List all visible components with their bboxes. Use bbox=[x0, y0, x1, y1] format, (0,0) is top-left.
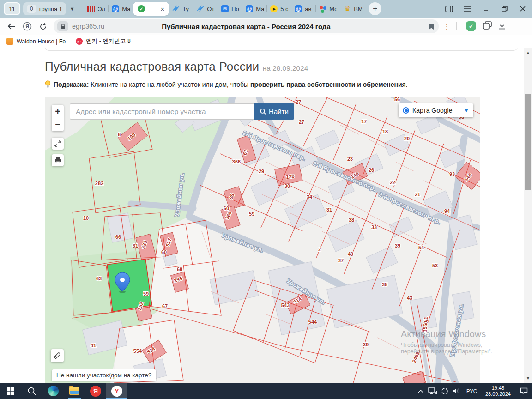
fullscreen-button[interactable] bbox=[52, 138, 64, 150]
maximize-button[interactable] bbox=[495, 0, 514, 18]
scroll-up-icon[interactable]: ▲ bbox=[524, 49, 532, 56]
tab[interactable]: @ав bbox=[291, 2, 316, 16]
close-window-button[interactable] bbox=[514, 0, 532, 18]
search-input[interactable] bbox=[70, 103, 254, 120]
bookmark-item[interactable]: 엔카엔카 - 엔카믿고 8 bbox=[76, 37, 131, 45]
not-found-link[interactable]: Не нашли участок/дом на карте? bbox=[52, 369, 156, 381]
parcel-label[interactable]: 66 bbox=[115, 234, 121, 240]
parcel-label[interactable]: 17 bbox=[361, 119, 367, 124]
map-layer-select[interactable]: Карта Google ▼ bbox=[399, 103, 473, 117]
address-bar[interactable]: egrp365.ru Публичная кадастровая карта -… bbox=[54, 19, 439, 33]
parcel-label[interactable]: 10 bbox=[83, 215, 89, 221]
network-icon[interactable] bbox=[427, 383, 439, 399]
bookmark-item[interactable]: Walden House | Fo bbox=[6, 38, 66, 45]
downloads-icon[interactable] bbox=[498, 22, 506, 31]
tab-group-chip[interactable]: 0 группа 1 bbox=[23, 2, 66, 15]
parcel-label[interactable]: 63 bbox=[96, 276, 102, 281]
parcel-label[interactable]: 34 bbox=[307, 194, 313, 200]
parcel-label[interactable]: 26 bbox=[369, 167, 374, 173]
tab[interactable]: Эл bbox=[84, 2, 109, 16]
tab-active[interactable]: ✓× bbox=[133, 2, 169, 16]
tab[interactable]: Мо bbox=[316, 2, 340, 16]
start-button[interactable] bbox=[0, 383, 21, 399]
tab[interactable]: От bbox=[193, 2, 218, 16]
parcel-label[interactable]: 39 bbox=[395, 243, 400, 248]
parcel-label[interactable]: 21 bbox=[415, 192, 420, 197]
measure-button[interactable] bbox=[51, 349, 64, 362]
parcel-label[interactable]: 2 bbox=[318, 247, 321, 252]
tab[interactable]: Ту bbox=[169, 2, 193, 16]
parcel-label[interactable]: 366 bbox=[232, 159, 241, 164]
parcel-label[interactable]: 93 bbox=[449, 171, 455, 177]
recorder-icon[interactable] bbox=[439, 383, 451, 399]
parcel-label[interactable]: 60 bbox=[161, 249, 167, 255]
parcel-label[interactable]: 20 bbox=[404, 136, 410, 141]
search-button[interactable]: Найти bbox=[254, 103, 294, 120]
clock[interactable]: 19:45 28.09.2024 bbox=[481, 385, 515, 397]
parcel-label[interactable]: 94 bbox=[444, 208, 450, 214]
parcel-label[interactable]: 41 bbox=[91, 343, 96, 348]
zoom-in-button[interactable]: + bbox=[52, 105, 64, 118]
parcel-label[interactable]: 60 bbox=[224, 206, 229, 211]
parcel-label[interactable]: 27 bbox=[299, 119, 304, 125]
parcel-label[interactable]: 22 bbox=[390, 180, 395, 185]
parcel-label[interactable]: 33 bbox=[371, 224, 377, 230]
more-options-icon[interactable]: ⋮ bbox=[443, 25, 447, 28]
tab[interactable]: ♛ВМ bbox=[340, 2, 365, 16]
language-indicator[interactable]: РУС bbox=[463, 388, 481, 394]
parcel-label[interactable]: 38 bbox=[349, 217, 354, 223]
parcel-label[interactable]: 40 bbox=[348, 251, 353, 257]
parcel-label[interactable]: 59 bbox=[249, 211, 254, 217]
parcel-label[interactable]: 35 bbox=[382, 282, 387, 287]
parcel-label[interactable]: 554 bbox=[133, 348, 142, 354]
print-button[interactable] bbox=[52, 154, 64, 166]
new-tab-button[interactable]: + bbox=[369, 2, 381, 15]
parcel-label[interactable]: 37 bbox=[338, 258, 344, 263]
bookmark-flag-icon[interactable] bbox=[429, 23, 434, 30]
parcel-label[interactable]: 23 bbox=[347, 156, 353, 162]
tab[interactable]: @Ма bbox=[242, 2, 267, 16]
back-button[interactable] bbox=[4, 19, 19, 33]
parcel-label[interactable]: 43 bbox=[407, 295, 412, 301]
zoom-out-button[interactable]: − bbox=[52, 118, 64, 131]
menu-icon[interactable] bbox=[458, 0, 477, 18]
parcel-label[interactable]: 8 bbox=[118, 132, 121, 137]
edge-icon[interactable] bbox=[42, 383, 64, 399]
scrollbar-thumb[interactable] bbox=[525, 94, 531, 190]
parcel-label[interactable]: 67 bbox=[162, 303, 168, 309]
parcel-label[interactable]: 282 bbox=[95, 181, 103, 186]
parcel-label[interactable]: 53 bbox=[432, 263, 438, 268]
parcel-label[interactable]: 56 bbox=[394, 97, 400, 102]
tray-expand-icon[interactable] bbox=[415, 383, 427, 399]
scroll-down-icon[interactable]: ▼ bbox=[524, 375, 532, 382]
tab-counter[interactable]: 11 bbox=[4, 2, 20, 15]
file-explorer-icon[interactable] bbox=[64, 383, 85, 399]
page-scrollbar[interactable]: ▲ ▼ bbox=[524, 48, 532, 383]
parcel-label[interactable]: 126 bbox=[286, 173, 295, 180]
parcel-label[interactable]: 30 bbox=[284, 183, 290, 189]
extensions-icon[interactable] bbox=[483, 21, 492, 31]
minimize-button[interactable] bbox=[477, 0, 495, 18]
tab[interactable]: ✉По bbox=[218, 2, 242, 16]
protect-shield-icon[interactable]: ✓ bbox=[466, 21, 476, 31]
parcel-label[interactable]: 29 bbox=[259, 169, 264, 174]
volume-icon[interactable] bbox=[451, 383, 463, 399]
close-tab-icon[interactable]: × bbox=[160, 6, 164, 12]
parcel-label[interactable]: 543 bbox=[281, 302, 290, 308]
action-center-icon[interactable] bbox=[515, 383, 532, 399]
yandex-app-icon[interactable]: Я bbox=[85, 383, 106, 399]
tab[interactable]: @Ма bbox=[109, 2, 133, 16]
parcel-label[interactable]: 31 bbox=[326, 207, 332, 212]
tab[interactable]: ▶5 с bbox=[267, 2, 291, 16]
tab-group-chevron-icon[interactable]: ▼ bbox=[66, 2, 78, 15]
side-panel-icon[interactable] bbox=[440, 0, 458, 18]
taskbar-search-button[interactable] bbox=[21, 383, 42, 399]
yandex-browser-icon[interactable]: Y bbox=[106, 383, 127, 399]
parcel-label[interactable]: 68 bbox=[177, 266, 182, 272]
parcel-label[interactable]: 59 bbox=[143, 291, 149, 296]
parcel-label[interactable]: 54 bbox=[418, 245, 424, 250]
reload-button[interactable] bbox=[35, 19, 51, 33]
parcel-label[interactable]: 18 bbox=[382, 129, 388, 134]
parcel-label[interactable]: 39 bbox=[363, 342, 369, 347]
yandex-home-icon[interactable]: Я bbox=[19, 19, 35, 33]
